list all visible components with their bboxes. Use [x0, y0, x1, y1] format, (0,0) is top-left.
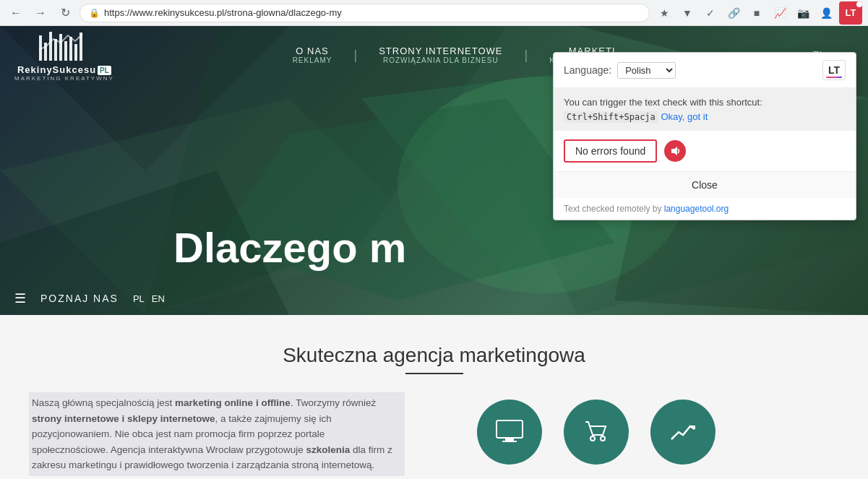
svg-rect-13 [54, 39, 57, 61]
lang-pl[interactable]: PL [133, 293, 145, 304]
extension-btn-3[interactable]: 🔗 [723, 3, 744, 23]
section-title: Skuteczna agencja marketingowa [14, 344, 854, 367]
lt-shortcut-key: Ctrl+Shift+Spacja [564, 111, 658, 123]
logo-tagline: MARKETING KREATYWNY [14, 75, 114, 82]
extension-btn-2[interactable]: ✓ [700, 3, 721, 23]
speaker-svg [669, 145, 681, 157]
browser-icons: ★ ▼ ✓ 🔗 ■ 📈 📷 👤 LT [654, 1, 862, 25]
forward-button[interactable]: → [30, 3, 51, 23]
lt-close-button[interactable]: Close [554, 171, 856, 198]
section-paragraph: Naszą główną specjalnością jest marketin… [29, 392, 405, 476]
mobile-nav: ☰ POZNAJ NAS PL EN [0, 282, 179, 315]
logo-brand-text: RekinySukcesu [17, 64, 96, 75]
browser-chrome: ← → ↻ 🔒 https://www.rekinysukcesu.pl/str… [0, 0, 868, 26]
lt-footer-text: Text checked remotely by [564, 204, 661, 214]
extension-btn-7[interactable]: 👤 [816, 3, 836, 23]
extension-btn-5[interactable]: 📈 [770, 3, 790, 23]
cart-icon-circle [564, 400, 629, 465]
lt-popup-result: No errors found [554, 131, 856, 171]
lock-icon: 🔒 [89, 8, 100, 18]
hamburger-icon[interactable]: ☰ [14, 290, 26, 306]
monitor-icon-circle [477, 400, 542, 465]
svg-rect-16 [69, 37, 72, 61]
lt-logo-icon: LT [822, 60, 846, 80]
nav-strony-sub: rozwiązania dla biznesu [383, 56, 499, 64]
lt-language-label: Language: [564, 64, 611, 76]
lt-no-errors-box: No errors found [564, 139, 657, 163]
hero-title: Dlaczego m [173, 224, 406, 271]
nav-o-nas-sub: reklamy [293, 56, 332, 64]
poznaj-nas-label: POZNAJ NAS [40, 293, 119, 304]
chart-icon-circle [650, 400, 716, 465]
page-wrapper: RekinySukcesu PL MARKETING KREATYWNY O N… [0, 26, 868, 479]
svg-rect-15 [64, 41, 67, 61]
extension-btn-6[interactable]: 📷 [793, 3, 813, 23]
lt-speaker-icon[interactable] [664, 140, 686, 162]
lt-popup: Language: Polish English German LT You c… [553, 52, 856, 220]
nav-strony[interactable]: STRONY INTERNETOWE rozwiązania dla bizne… [379, 46, 502, 64]
address-bar[interactable]: 🔒 https://www.rekinysukcesu.pl/strona-gl… [80, 4, 650, 22]
nav-divider-2: | [525, 48, 528, 63]
cart-svg [583, 419, 610, 445]
lt-label: LT [846, 7, 856, 18]
extension-btn-1[interactable]: ▼ [677, 3, 697, 23]
svg-marker-24 [671, 147, 677, 155]
lt-extension-button[interactable]: LT [839, 1, 862, 25]
lt-okay-link[interactable]: Okay, got it [661, 111, 708, 122]
lang-links: PL EN [133, 293, 165, 304]
logo-pl-badge: PL [98, 66, 111, 75]
lt-footer-link[interactable]: languagetool.org [664, 204, 729, 214]
back-button[interactable]: ← [6, 3, 26, 23]
lt-popup-language-row: Language: Polish English German [564, 62, 676, 79]
hero-title-area: Dlaczego m [173, 223, 406, 272]
monitor-svg [495, 419, 524, 445]
logo-area: RekinySukcesu PL MARKETING KREATYWNY [14, 28, 114, 82]
svg-rect-17 [74, 44, 77, 61]
nav-strony-label: STRONY INTERNETOWE [379, 46, 502, 56]
nav-o-nas[interactable]: O NAS reklamy [293, 46, 332, 64]
url-text: https://www.rekinysukcesu.pl/strona-glow… [104, 7, 342, 18]
lt-popup-footer: Text checked remotely by languagetool.or… [554, 198, 856, 220]
svg-rect-20 [505, 438, 514, 441]
chart-svg [669, 419, 697, 445]
logo-chart-svg [35, 28, 93, 64]
lt-language-select[interactable]: Polish English German [617, 62, 676, 79]
reload-button[interactable]: ↻ [55, 3, 75, 23]
lt-shortcut-text: You can trigger the text check with this… [564, 97, 762, 108]
svg-rect-14 [59, 34, 62, 61]
below-hero: Skuteczna agencja marketingowa Naszą głó… [0, 315, 868, 479]
lt-logo: LT [822, 60, 846, 80]
svg-rect-19 [497, 420, 523, 438]
lt-popup-header: Language: Polish English German LT [554, 53, 856, 88]
star-button[interactable]: ★ [654, 3, 674, 23]
svg-point-23 [601, 436, 605, 441]
extension-btn-4[interactable]: ■ [747, 3, 767, 23]
content-area: Naszą główną specjalnością jest marketin… [14, 392, 854, 476]
svg-point-22 [590, 436, 595, 441]
section-underline [405, 373, 463, 374]
nav-divider-1: | [353, 48, 357, 63]
svg-rect-12 [49, 32, 52, 61]
lt-popup-shortcut: You can trigger the text check with this… [554, 88, 856, 131]
lang-en[interactable]: EN [152, 293, 165, 304]
icons-row [477, 400, 716, 465]
nav-o-nas-label: O NAS [296, 46, 328, 56]
svg-rect-21 [502, 441, 517, 442]
